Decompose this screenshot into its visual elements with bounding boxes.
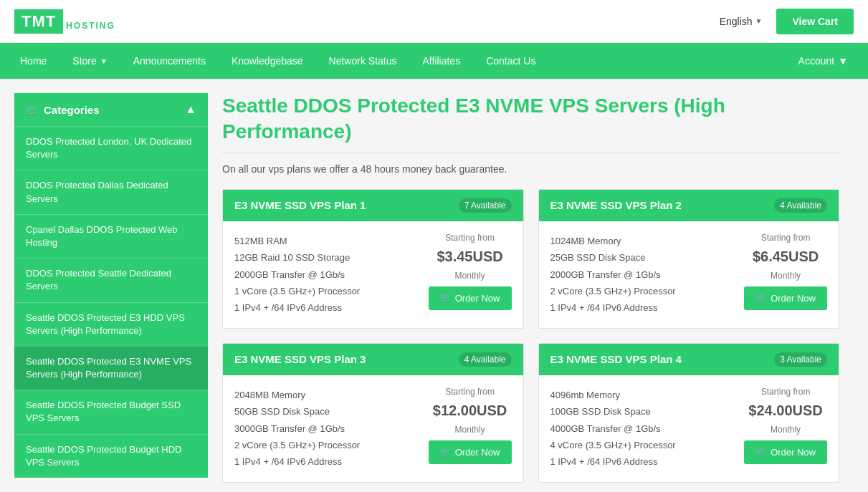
nav-store[interactable]: Store ▼ — [59, 43, 120, 79]
plan-1-price: $3.45USD — [437, 249, 502, 265]
plan-3-cart-icon: 🛒 — [440, 447, 451, 457]
view-cart-button[interactable]: View Cart — [776, 9, 854, 34]
logo-text: TMT — [14, 9, 63, 34]
plan-1-cart-icon: 🛒 — [440, 293, 451, 303]
sidebar-item-dallas-dedicated[interactable]: DDOS Protected Dallas Dedicated Servers — [14, 170, 208, 213]
plan-4-name: E3 NVME SSD VPS Plan 4 — [550, 353, 682, 365]
plan-2-availability: 4 Available — [774, 198, 827, 213]
nav-affiliates[interactable]: Affiliates — [410, 43, 474, 79]
plan-2-cart-icon: 🛒 — [755, 293, 766, 303]
plan-4-pricing: Starting from $24.00USD Monthly 🛒 Order … — [744, 387, 827, 464]
plan-card-2: E3 NVME SSD VPS Plan 2 4 Available 1024M… — [538, 189, 840, 329]
store-arrow: ▼ — [100, 57, 108, 65]
sidebar-item-cpanel-dallas[interactable]: Cpanel Dallas DDOS Protected Web Hosting — [14, 214, 208, 258]
sidebar-item-seattle-nvme[interactable]: Seattle DDOS Protected E3 NVME VPS Serve… — [14, 346, 208, 390]
categories-cart-icon: 🛒 — [26, 104, 38, 115]
plan-card-4: E3 NVME SSD VPS Plan 4 3 Available 4096m… — [538, 343, 840, 483]
plan-1-availability: 7 Available — [459, 198, 512, 213]
plan-3-price: $12.00USD — [433, 402, 507, 419]
plan-2-pricing: Starting from $6.45USD Monthly 🛒 Order N… — [744, 233, 827, 310]
sidebar-item-seattle-hdd[interactable]: Seattle DDOS Protected E3 HDD VPS Server… — [14, 302, 208, 346]
plan-1-header: E3 NVME SSD VPS Plan 1 7 Available — [223, 190, 523, 221]
plan-4-availability: 3 Available — [774, 352, 827, 367]
plan-3-availability: 4 Available — [459, 352, 512, 367]
plan-1-body: 512MB RAM 12GB Raid 10 SSD Storage 2000G… — [223, 221, 523, 328]
sidebar-item-seattle-budget-hdd[interactable]: Seattle DDOS Protected Budget HDD VPS Se… — [14, 434, 208, 478]
plan-3-name: E3 NVME SSD VPS Plan 3 — [234, 353, 366, 365]
plan-1-name: E3 NVME SSD VPS Plan 1 — [234, 199, 366, 211]
plan-4-price: $24.00USD — [748, 402, 822, 419]
plan-4-cart-icon: 🛒 — [755, 447, 766, 457]
plans-grid: E3 NVME SSD VPS Plan 1 7 Available 512MB… — [222, 189, 839, 483]
plan-3-pricing: Starting from $12.00USD Monthly 🛒 Order … — [429, 387, 512, 464]
top-bar: TMT HOSTING English ▼ View Cart — [0, 0, 868, 43]
sidebar-title: Categories — [44, 104, 100, 116]
plan-2-price: $6.45USD — [753, 249, 819, 265]
plan-card-3: E3 NVME SSD VPS Plan 3 4 Available 2048M… — [222, 343, 524, 483]
logo: TMT HOSTING — [14, 9, 115, 34]
plan-3-body: 2048MB Memory 50GB SSD Disk Space 3000GB… — [223, 375, 523, 482]
plan-3-period: Monthly — [455, 425, 485, 435]
sidebar-item-seattle-dedicated[interactable]: DDOS Protected Seattle Dedicated Servers — [14, 258, 208, 302]
plan-1-pricing: Starting from $3.45USD Monthly 🛒 Order N… — [429, 233, 512, 310]
plan-2-period: Monthly — [771, 271, 801, 281]
sidebar-toggle-icon[interactable]: ▲ — [185, 103, 196, 116]
plan-2-header: E3 NVME SSD VPS Plan 2 4 Available — [539, 190, 839, 221]
plan-3-order-button[interactable]: 🛒 Order Now — [429, 440, 512, 464]
plan-1-specs: 512MB RAM 12GB Raid 10 SSD Storage 2000G… — [234, 233, 360, 317]
plan-2-starting-from: Starting from — [761, 233, 811, 243]
plan-2-order-button[interactable]: 🛒 Order Now — [744, 286, 827, 310]
content-area: Seattle DDOS Protected E3 NVME VPS Serve… — [208, 93, 854, 483]
main-container: 🛒 Categories ▲ DDOS Protected London, UK… — [0, 79, 868, 492]
sidebar: 🛒 Categories ▲ DDOS Protected London, UK… — [14, 93, 208, 483]
nav-knowledgebase[interactable]: Knowledgebase — [219, 43, 316, 79]
nav-network-status[interactable]: Network Status — [316, 43, 410, 79]
language-label: English — [720, 16, 753, 27]
top-right: English ▼ View Cart — [720, 9, 854, 34]
nav-spacer — [548, 43, 785, 79]
plan-3-starting-from: Starting from — [445, 387, 495, 397]
logo-subtitle: HOSTING — [66, 21, 115, 31]
title-divider — [222, 153, 839, 153]
plan-2-specs: 1024MB Memory 25GB SSD Disk Space 2000GB… — [550, 233, 676, 317]
sidebar-item-london[interactable]: DDOS Protected London, UK Dedicated Serv… — [14, 126, 208, 170]
language-arrow: ▼ — [755, 17, 763, 25]
sidebar-header: 🛒 Categories ▲ — [14, 93, 208, 126]
plan-4-starting-from: Starting from — [761, 387, 811, 397]
sidebar-item-seattle-budget-ssd[interactable]: Seattle DDOS Protected Budget SSD VPS Se… — [14, 390, 208, 433]
plan-4-order-button[interactable]: 🛒 Order Now — [744, 440, 827, 464]
nav-account[interactable]: Account ▼ — [786, 43, 861, 79]
plan-4-period: Monthly — [771, 425, 801, 435]
nav-home[interactable]: Home — [7, 43, 59, 79]
plan-card-1: E3 NVME SSD VPS Plan 1 7 Available 512MB… — [222, 189, 524, 329]
plan-3-specs: 2048MB Memory 50GB SSD Disk Space 3000GB… — [234, 387, 360, 471]
plan-4-header: E3 NVME SSD VPS Plan 4 3 Available — [539, 344, 839, 375]
sidebar-header-left: 🛒 Categories — [26, 104, 100, 116]
nav-announcements[interactable]: Announcements — [120, 43, 219, 79]
plan-2-body: 1024MB Memory 25GB SSD Disk Space 2000GB… — [539, 221, 839, 328]
plan-3-header: E3 NVME SSD VPS Plan 3 4 Available — [223, 344, 523, 375]
plan-4-specs: 4096mb Memory 100GB SSD Disk Space 4000G… — [550, 387, 676, 471]
page-subtitle: On all our vps plans we offer a 48 hours… — [222, 163, 839, 175]
account-arrow: ▼ — [838, 55, 848, 67]
nav-contact-us[interactable]: Contact Us — [473, 43, 548, 79]
plan-1-starting-from: Starting from — [445, 233, 495, 243]
plan-4-body: 4096mb Memory 100GB SSD Disk Space 4000G… — [539, 375, 839, 482]
plan-2-name: E3 NVME SSD VPS Plan 2 — [550, 199, 682, 211]
page-title: Seattle DDOS Protected E3 NVME VPS Serve… — [222, 93, 839, 145]
language-selector[interactable]: English ▼ — [720, 16, 763, 27]
plan-1-period: Monthly — [455, 271, 485, 281]
plan-1-order-button[interactable]: 🛒 Order Now — [429, 286, 512, 310]
nav-bar: Home Store ▼ Announcements Knowledgebase… — [0, 43, 868, 79]
